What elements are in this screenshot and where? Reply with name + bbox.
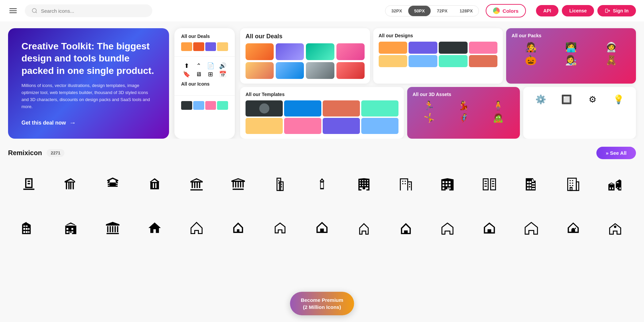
size-128-button[interactable]: 128PX: [453, 6, 479, 16]
all-designs-card[interactable]: All our Designs: [373, 28, 503, 84]
banner-area: Creative Toolkit: The biggest design and…: [0, 21, 644, 139]
hero-cta-button[interactable]: Get this deal now →: [21, 119, 156, 127]
section-count: 2271: [47, 149, 64, 157]
icon-cell-museum-icon[interactable]: [220, 166, 257, 203]
all-3d-assets-label: All our 3D Assets: [413, 92, 515, 97]
icon-cell-bank-icon[interactable]: [178, 166, 215, 203]
corporate-icon: [440, 177, 455, 192]
calendar-icon: 📅: [217, 71, 228, 78]
hq-building-icon: [524, 177, 539, 192]
icon-cell-home-pin-icon[interactable]: [597, 210, 634, 246]
3d-char-5: 👩‍🎨: [552, 55, 590, 66]
section-title-group: Remixicon 2271: [8, 149, 64, 157]
all-packs-card[interactable]: All our Packs 🧑‍🎤 👩‍💻 🧑‍🚀 🎃 👩‍🎨 🧸: [506, 28, 636, 84]
hero-cta-label: Get this deal now: [21, 120, 66, 126]
3d-asset-6: 🧟: [482, 113, 515, 123]
chevron-up-icon: ⌃: [193, 62, 204, 70]
all-designs-label: All our Designs: [379, 33, 498, 38]
settings-icon-2: 🔲: [555, 94, 579, 105]
3d-char-1: 🧑‍🎤: [512, 42, 550, 53]
nav-buttons: API License Sign In: [536, 5, 636, 16]
icon-cell-building1[interactable]: [10, 166, 47, 203]
icon-cell-office-icon[interactable]: [345, 166, 382, 203]
all-3d-assets-card[interactable]: All our 3D Assets 🏃 💃 🧍 🤸 🦸 🧟: [407, 87, 520, 139]
home-8-icon: [482, 221, 497, 235]
building-outline-2-icon: [398, 177, 413, 192]
home-outline-icon: [189, 221, 204, 235]
hero-description: Millions of icons, vector illustrations,…: [21, 82, 156, 110]
size-50-button[interactable]: 50PX: [408, 6, 431, 16]
svg-rect-14: [483, 179, 488, 190]
search-input[interactable]: [41, 8, 146, 14]
icon-cell-home-4-icon[interactable]: [304, 210, 340, 246]
icon-cell-home-door-icon[interactable]: [555, 210, 592, 246]
header: 32PX 50PX 72PX 128PX Colors API License …: [0, 0, 644, 21]
icon-cell-pagoda-icon[interactable]: [94, 166, 131, 203]
icon-cell-home-7-icon[interactable]: [429, 210, 466, 246]
signin-icon: [605, 8, 610, 13]
file-icon: 📄: [205, 62, 216, 70]
colors-label: Colors: [502, 8, 519, 14]
svg-rect-30: [570, 187, 572, 190]
home-pin-icon: [608, 221, 623, 235]
icon-cell-apartment-icon[interactable]: [10, 210, 47, 246]
3d-char-2: 👩‍💻: [552, 42, 590, 53]
icon-cell-hotel-icon[interactable]: [555, 166, 592, 203]
icon-cell-hq-icon[interactable]: [513, 166, 550, 203]
icon-cell-home-outline-icon[interactable]: [178, 210, 215, 246]
see-all-button[interactable]: » See All: [596, 147, 636, 159]
signin-button[interactable]: Sign In: [597, 5, 636, 16]
upload-icon: ⬆: [181, 62, 192, 70]
icon-cell-home-2-icon[interactable]: [220, 210, 257, 246]
icon-cell-building-outline1[interactable]: [262, 166, 299, 203]
section-header: Remixicon 2271 » See All: [8, 147, 636, 159]
icon-cell-home-6-icon[interactable]: [387, 210, 424, 246]
all-templates-card[interactable]: All our Templates: [240, 87, 404, 139]
icon-cell-grid-building-icon[interactable]: [471, 166, 508, 203]
icon-cell-home-9-icon[interactable]: [513, 210, 550, 246]
hamburger-button[interactable]: [8, 7, 18, 14]
volume-icon: 🔊: [217, 62, 228, 70]
license-button[interactable]: License: [562, 5, 594, 16]
home-4-icon: [315, 221, 329, 235]
icons-dropdown-item[interactable]: ⬆ ⌃ 📄 🔊 🔖 🖥 ⊞ 📅 All our Icons: [174, 57, 235, 96]
icon-cell-gov-building-icon[interactable]: [52, 210, 89, 246]
icon-cell-indent-icon[interactable]: [387, 166, 424, 203]
api-button[interactable]: API: [536, 5, 558, 16]
icon-cell-pillars-icon[interactable]: [94, 210, 131, 246]
gazebo-icon: [147, 177, 162, 192]
icons-grid-row2: [8, 210, 636, 246]
colors-button[interactable]: Colors: [486, 4, 526, 17]
section-title: Remixicon: [8, 149, 42, 157]
deals-label: All our Deals: [181, 34, 228, 39]
svg-point-31: [575, 228, 576, 229]
icon-cell-home-8-icon[interactable]: [471, 210, 508, 246]
icon-cell-home-3-icon[interactable]: [262, 210, 299, 246]
pillars-building-icon: [105, 221, 120, 235]
search-icon: [32, 8, 38, 14]
3d-asset-4: 🤸: [413, 113, 445, 123]
icon-cell-tower-icon[interactable]: [304, 166, 340, 203]
all-templates-label: All our Templates: [246, 92, 398, 97]
svg-rect-3: [279, 182, 283, 191]
icon-cell-gazebo-icon[interactable]: [136, 166, 173, 203]
hero-card: Creative Toolkit: The biggest design and…: [8, 28, 169, 139]
all-deals-label: All our Deals: [246, 33, 365, 40]
svg-point-0: [32, 8, 36, 12]
icon-cell-home-filled-icon[interactable]: [136, 210, 173, 246]
government-building-icon: [63, 221, 78, 235]
deals-dropdown-item[interactable]: All our Deals: [174, 28, 235, 57]
svg-point-32: [614, 226, 616, 228]
museum-icon: [231, 177, 246, 192]
icon-cell-community-icon[interactable]: [597, 166, 634, 203]
size-72-button[interactable]: 72PX: [431, 6, 453, 16]
settings-row-card: ⚙️ 🔲 ⚙ 💡: [523, 87, 636, 139]
home-7-icon: [440, 221, 455, 235]
designs-dropdown-extra[interactable]: [174, 96, 235, 115]
grid-icon: ⊞: [205, 71, 216, 78]
icon-cell-home-5-icon[interactable]: [345, 210, 382, 246]
all-deals-card[interactable]: All our Deals: [240, 28, 370, 84]
size-32-button[interactable]: 32PX: [385, 6, 408, 16]
icon-cell-corp-icon[interactable]: [429, 166, 466, 203]
icon-cell-temple1[interactable]: [52, 166, 89, 203]
